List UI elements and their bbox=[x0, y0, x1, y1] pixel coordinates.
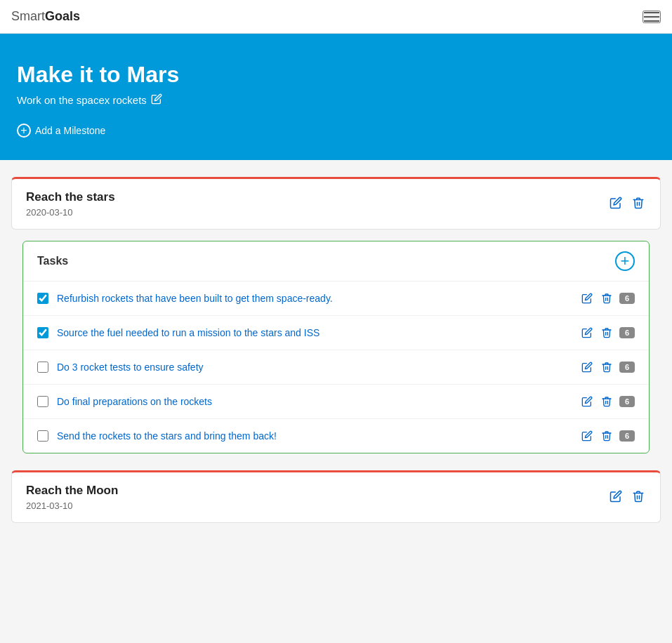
task-badge-0-4: 6 bbox=[619, 430, 635, 442]
task-actions-0-3: 6 bbox=[580, 395, 635, 409]
task-badge-0-2: 6 bbox=[619, 362, 635, 373]
task-checkbox-0-1[interactable] bbox=[37, 327, 48, 338]
plus-circle-icon: + bbox=[17, 124, 31, 138]
main-content: Reach the stars2020-03-10Tasks+Refurbish… bbox=[0, 160, 672, 551]
trash-icon bbox=[601, 362, 612, 373]
milestone-name-0: Reach the stars bbox=[26, 190, 115, 204]
task-item-0-2: Do 3 rocket tests to ensure safety6 bbox=[23, 350, 649, 385]
task-delete-button-0-1[interactable] bbox=[600, 326, 614, 340]
task-delete-button-0-2[interactable] bbox=[600, 360, 614, 374]
edit-goal-button[interactable] bbox=[151, 93, 162, 107]
milestone-edit-button-0[interactable] bbox=[608, 195, 624, 213]
brand-goals: Goals bbox=[45, 9, 80, 23]
task-edit-button-0-0[interactable] bbox=[580, 291, 594, 305]
milestone-delete-button-0[interactable] bbox=[631, 195, 646, 213]
milestone-card-1: Reach the Moon2021-03-10 bbox=[11, 470, 661, 523]
task-delete-button-0-4[interactable] bbox=[600, 429, 614, 443]
edit-icon bbox=[610, 490, 622, 503]
milestone-card-0: Reach the stars2020-03-10 bbox=[11, 177, 661, 230]
add-milestone-button[interactable]: + Add a Milestone bbox=[17, 124, 105, 138]
task-label-0-1: Source the fuel needed to run a mission … bbox=[57, 327, 572, 338]
external-edit-icon bbox=[151, 93, 162, 105]
task-actions-0-0: 6 bbox=[580, 291, 635, 305]
task-item-0-3: Do final preparations on the rockets6 bbox=[23, 385, 649, 419]
task-checkbox-0-2[interactable] bbox=[37, 362, 48, 373]
task-edit-button-0-4[interactable] bbox=[580, 429, 594, 443]
trash-icon bbox=[601, 396, 612, 407]
task-label-0-2: Do 3 rocket tests to ensure safety bbox=[57, 362, 572, 373]
tasks-header-0: Tasks+ bbox=[23, 241, 649, 281]
task-edit-button-0-2[interactable] bbox=[580, 360, 594, 374]
app-brand: SmartGoals bbox=[11, 9, 80, 24]
task-actions-0-2: 6 bbox=[580, 360, 635, 374]
task-item-0-0: Refurbish rockets that have been built t… bbox=[23, 281, 649, 316]
task-actions-0-4: 6 bbox=[580, 429, 635, 443]
task-delete-button-0-0[interactable] bbox=[600, 291, 614, 305]
task-actions-0-1: 6 bbox=[580, 326, 635, 340]
edit-icon bbox=[610, 197, 622, 209]
menu-line-3 bbox=[644, 20, 659, 22]
milestone-actions-0 bbox=[608, 195, 646, 213]
add-task-button-0[interactable]: + bbox=[615, 251, 635, 271]
menu-button[interactable] bbox=[643, 11, 661, 23]
task-badge-0-3: 6 bbox=[619, 396, 635, 407]
milestone-actions-1 bbox=[608, 489, 646, 506]
tasks-title-0: Tasks bbox=[37, 255, 68, 267]
edit-icon bbox=[581, 396, 593, 407]
task-label-0-3: Do final preparations on the rockets bbox=[57, 396, 572, 407]
task-badge-0-0: 6 bbox=[619, 293, 635, 304]
task-item-0-4: Send the rockets to the stars and bring … bbox=[23, 419, 649, 453]
milestone-date-1: 2021-03-10 bbox=[26, 501, 118, 511]
add-milestone-label: Add a Milestone bbox=[35, 125, 105, 136]
brand-smart: Smart bbox=[11, 9, 45, 23]
task-item-0-1: Source the fuel needed to run a mission … bbox=[23, 316, 649, 350]
edit-icon bbox=[581, 430, 593, 442]
milestone-date-0: 2020-03-10 bbox=[26, 207, 115, 218]
goal-title: Make it to Mars bbox=[17, 62, 655, 88]
trash-icon bbox=[632, 490, 645, 503]
milestone-delete-button-1[interactable] bbox=[631, 489, 646, 506]
trash-icon bbox=[601, 430, 612, 442]
task-delete-button-0-3[interactable] bbox=[600, 395, 614, 409]
tasks-section-0: Tasks+Refurbish rockets that have been b… bbox=[22, 241, 650, 453]
milestone-name-1: Reach the Moon bbox=[26, 484, 118, 498]
task-checkbox-0-0[interactable] bbox=[37, 293, 48, 304]
edit-icon bbox=[581, 293, 593, 304]
task-edit-button-0-3[interactable] bbox=[580, 395, 594, 409]
milestone-edit-button-1[interactable] bbox=[608, 489, 624, 506]
menu-line-1 bbox=[644, 12, 659, 13]
trash-icon bbox=[601, 327, 612, 338]
edit-icon bbox=[581, 327, 593, 338]
milestone-info-0: Reach the stars2020-03-10 bbox=[26, 190, 115, 218]
hero-section: Make it to Mars Work on the spacex rocke… bbox=[0, 34, 672, 160]
goal-subtitle-text: Work on the spacex rockets bbox=[17, 94, 147, 106]
task-edit-button-0-1[interactable] bbox=[580, 326, 594, 340]
trash-icon bbox=[601, 293, 612, 304]
milestone-info-1: Reach the Moon2021-03-10 bbox=[26, 484, 118, 511]
navbar: SmartGoals bbox=[0, 0, 672, 34]
milestone-header-1: Reach the Moon2021-03-10 bbox=[12, 472, 660, 522]
edit-icon bbox=[581, 362, 593, 373]
task-badge-0-1: 6 bbox=[619, 327, 635, 338]
task-checkbox-0-3[interactable] bbox=[37, 396, 48, 407]
milestone-header-0: Reach the stars2020-03-10 bbox=[12, 179, 660, 229]
menu-line-2 bbox=[644, 16, 659, 18]
task-checkbox-0-4[interactable] bbox=[37, 430, 48, 442]
goal-subtitle-row: Work on the spacex rockets bbox=[17, 93, 655, 107]
task-label-0-0: Refurbish rockets that have been built t… bbox=[57, 293, 572, 304]
task-label-0-4: Send the rockets to the stars and bring … bbox=[57, 430, 572, 442]
trash-icon bbox=[632, 197, 645, 209]
